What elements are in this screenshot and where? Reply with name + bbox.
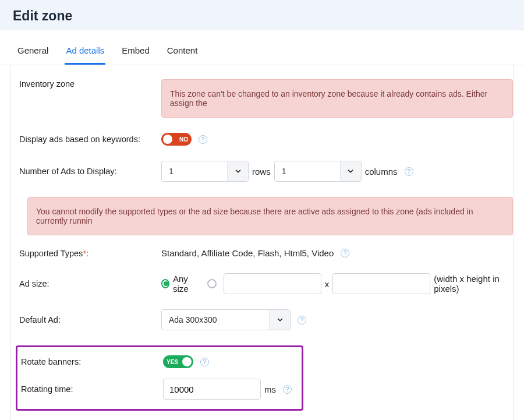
page-title: Edit zone xyxy=(13,8,511,24)
inventory-zone-control: This zone can't be changed to an invento… xyxy=(161,79,513,118)
tab-embed[interactable]: Embed xyxy=(121,38,151,65)
row-rotating-time: Rotating time: ms ? xyxy=(17,379,296,400)
label-ad-size: Ad size: xyxy=(19,279,161,288)
page-header: Edit zone xyxy=(0,0,524,30)
label-display-keywords: Display ads based on keywords: xyxy=(19,135,161,144)
supported-types-value: Standard, Affiliate Code, Flash, Html5, … xyxy=(161,248,334,258)
select-columns-value: 1 xyxy=(275,161,340,181)
label-supported-types: Supported Types*: xyxy=(19,249,161,258)
rotating-time-input[interactable] xyxy=(163,379,261,400)
select-default-ad[interactable]: Ada 300x300 xyxy=(161,309,291,330)
toggle-rotate-banners[interactable]: YES xyxy=(163,355,193,368)
radio-dot-icon xyxy=(207,279,217,288)
chevron-down-icon xyxy=(227,161,248,181)
radio-dot-icon xyxy=(161,279,169,288)
supported-types-text: Supported Types xyxy=(19,249,83,258)
toggle-display-keywords[interactable]: NO xyxy=(161,133,192,146)
restriction-alert: You cannot modify the supported types or… xyxy=(27,197,513,235)
tabs-bar: General Ad details Embed Content xyxy=(0,38,524,65)
tab-general[interactable]: General xyxy=(16,38,49,65)
row-num-ads: Number of Ads to Display: 1 rows 1 colum… xyxy=(19,161,513,182)
tab-ad-details[interactable]: Ad details xyxy=(65,38,105,65)
help-icon[interactable]: ? xyxy=(298,316,306,324)
radio-any-size-label: Any size xyxy=(173,274,200,294)
select-columns[interactable]: 1 xyxy=(274,161,362,182)
toggle-display-keywords-state: NO xyxy=(179,136,188,143)
inventory-zone-alert: This zone can't be changed to an invento… xyxy=(161,79,513,118)
toggle-rotate-banners-state: YES xyxy=(167,359,178,365)
label-rotating-time: Rotating time: xyxy=(17,384,163,394)
toggle-knob xyxy=(182,357,192,366)
form-panel: Inventory zone This zone can't be change… xyxy=(10,65,514,420)
select-rows[interactable]: 1 xyxy=(161,161,249,182)
rows-label: rows xyxy=(252,167,271,177)
help-icon[interactable]: ? xyxy=(200,358,209,366)
rotate-highlight-box: Rotate banners: YES ? Rotating time: ms … xyxy=(16,345,303,411)
toggle-knob xyxy=(163,135,172,144)
label-rotate-banners: Rotate banners: xyxy=(17,357,163,366)
label-default-ad: Default Ad: xyxy=(19,315,161,324)
height-input[interactable] xyxy=(332,273,430,294)
radio-any-size[interactable]: Any size xyxy=(161,274,200,294)
select-rows-value: 1 xyxy=(162,161,227,181)
row-display-keywords: Display ads based on keywords: NO ? xyxy=(19,133,513,146)
select-default-ad-value: Ada 300x300 xyxy=(162,310,269,330)
row-default-ad: Default Ad: Ada 300x300 ? xyxy=(19,309,513,330)
row-supported-types: Supported Types*: Standard, Affiliate Co… xyxy=(19,248,513,258)
help-icon[interactable]: ? xyxy=(341,249,349,257)
colon: : xyxy=(86,249,88,258)
chevron-down-icon xyxy=(269,310,290,330)
row-inventory-zone: Inventory zone This zone can't be change… xyxy=(19,79,513,118)
chevron-down-icon xyxy=(340,161,361,181)
help-icon[interactable]: ? xyxy=(405,167,413,176)
radio-custom-size[interactable] xyxy=(207,279,217,288)
help-icon[interactable]: ? xyxy=(199,135,207,144)
columns-label: columns xyxy=(365,167,398,177)
row-ad-size: Ad size: Any size x (width x height in p… xyxy=(19,273,513,294)
label-inventory-zone: Inventory zone xyxy=(19,79,161,89)
label-num-ads: Number of Ads to Display: xyxy=(19,167,161,176)
x-separator: x xyxy=(325,279,330,289)
rotating-time-unit: ms xyxy=(264,384,276,394)
ad-size-hint: (width x height in pixels) xyxy=(434,274,513,294)
width-input[interactable] xyxy=(224,273,321,294)
help-icon[interactable]: ? xyxy=(283,385,292,394)
row-rotate-banners: Rotate banners: YES ? xyxy=(17,355,296,368)
tab-content[interactable]: Content xyxy=(166,38,199,65)
